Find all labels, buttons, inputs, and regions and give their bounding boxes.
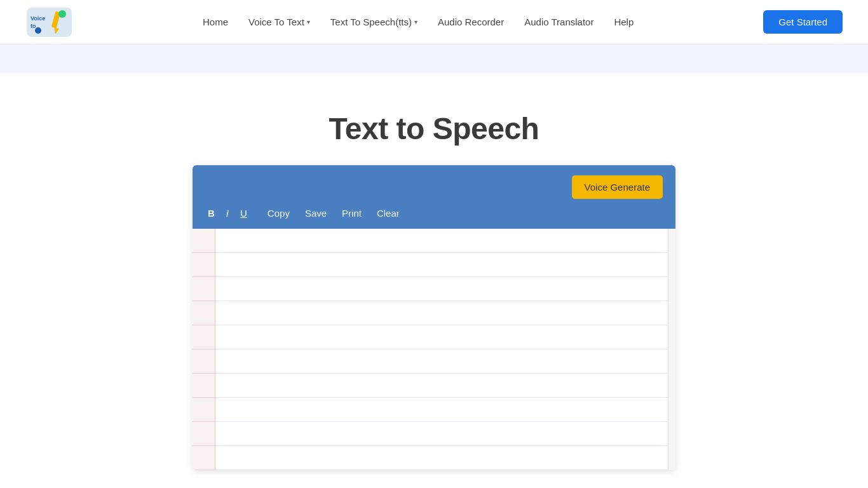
svg-text:Voice: Voice xyxy=(31,15,45,22)
editor-line xyxy=(215,253,668,277)
underline-button[interactable]: U xyxy=(238,207,250,220)
line-number xyxy=(193,446,215,470)
print-button[interactable]: Print xyxy=(339,207,364,220)
line-number xyxy=(193,253,215,277)
editor-line xyxy=(215,446,668,470)
line-number xyxy=(193,325,215,349)
editor-line xyxy=(215,325,668,349)
nav-links: Home Voice To Text ▾ Text To Speech(tts)… xyxy=(195,11,641,32)
hero-band xyxy=(0,44,868,73)
nav-voice-to-text[interactable]: Voice To Text ▾ xyxy=(241,11,318,32)
nav-audio-translator[interactable]: Audio Translator xyxy=(517,11,601,32)
save-button[interactable]: Save xyxy=(302,207,329,220)
page-title-section: Text to Speech xyxy=(0,73,868,165)
italic-button[interactable]: I xyxy=(224,207,231,220)
logo-area[interactable]: Voice to xyxy=(25,6,73,38)
clear-button[interactable]: Clear xyxy=(374,207,402,220)
svg-point-5 xyxy=(58,10,66,18)
line-number xyxy=(193,301,215,325)
editor-line xyxy=(215,277,668,301)
line-numbers xyxy=(193,229,215,470)
line-number xyxy=(193,277,215,301)
page-title: Text to Speech xyxy=(0,111,868,146)
nav-text-to-speech[interactable]: Text To Speech(tts) ▾ xyxy=(323,11,425,32)
editor-line xyxy=(215,301,668,325)
nav-audio-recorder[interactable]: Audio Recorder xyxy=(430,11,512,32)
line-number xyxy=(193,422,215,446)
editor-body xyxy=(193,229,675,470)
editor-content[interactable] xyxy=(215,229,668,470)
line-number xyxy=(193,349,215,374)
editor-line xyxy=(215,229,668,253)
svg-text:to: to xyxy=(31,23,36,29)
line-number xyxy=(193,229,215,253)
scrollbar-track[interactable] xyxy=(668,229,675,470)
chevron-down-icon: ▾ xyxy=(307,18,310,25)
editor-toolbar: Voice Generate B I U Copy Save Print Cle… xyxy=(193,165,675,229)
toolbar-format: B I U xyxy=(205,207,250,220)
svg-point-6 xyxy=(35,27,41,34)
editor-line xyxy=(215,398,668,422)
chevron-down-icon: ▾ xyxy=(414,18,417,25)
nav-home[interactable]: Home xyxy=(195,11,236,32)
bold-button[interactable]: B xyxy=(205,207,217,220)
get-started-button[interactable]: Get Started xyxy=(763,10,843,34)
line-number xyxy=(193,374,215,398)
navbar: Voice to Home Voice To Text ▾ Text To Sp… xyxy=(0,0,868,44)
voice-generate-button[interactable]: Voice Generate xyxy=(572,175,663,199)
toolbar-actions: Copy Save Print Clear xyxy=(265,207,402,220)
editor-wrapper: Voice Generate B I U Copy Save Print Cle… xyxy=(193,165,675,470)
copy-button[interactable]: Copy xyxy=(265,207,292,220)
logo-icon: Voice to xyxy=(25,6,73,38)
editor-line xyxy=(215,349,668,374)
toolbar-top: Voice Generate xyxy=(205,175,663,199)
editor-line xyxy=(215,422,668,446)
editor-line xyxy=(215,374,668,398)
line-number xyxy=(193,398,215,422)
toolbar-bottom: B I U Copy Save Print Clear xyxy=(205,207,663,229)
nav-help[interactable]: Help xyxy=(606,11,641,32)
